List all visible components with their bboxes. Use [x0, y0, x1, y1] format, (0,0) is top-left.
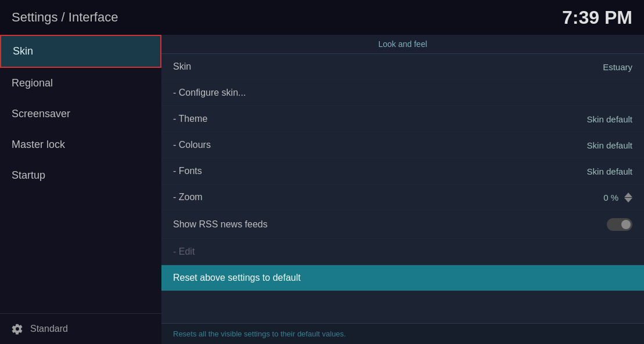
main-layout: Skin Regional Screensaver Master lock St… [0, 35, 644, 344]
content-footer: Resets all the visible settings to their… [161, 323, 644, 344]
section-header: Look and feel [161, 35, 644, 54]
setting-skin[interactable]: Skin Estuary [161, 54, 644, 80]
clock: 7:39 PM [562, 7, 632, 28]
sidebar-item-startup[interactable]: Startup [0, 160, 161, 191]
sidebar-item-masterlock[interactable]: Master lock [0, 129, 161, 160]
header: Settings / Interface 7:39 PM [0, 0, 644, 35]
zoom-down-arrow[interactable] [624, 198, 632, 202]
content-area: Look and feel Skin Estuary - Configure s… [161, 35, 644, 344]
standard-label: Standard [30, 324, 68, 334]
zoom-up-arrow[interactable] [624, 193, 632, 197]
setting-reset[interactable]: Reset above settings to default [161, 265, 644, 291]
setting-theme[interactable]: - Theme Skin default [161, 106, 644, 132]
gear-icon [12, 323, 23, 335]
setting-edit: - Edit [161, 239, 644, 265]
page-title: Settings / Interface [12, 10, 118, 25]
sidebar: Skin Regional Screensaver Master lock St… [0, 35, 161, 344]
zoom-stepper[interactable] [624, 193, 632, 202]
setting-colours[interactable]: - Colours Skin default [161, 132, 644, 158]
setting-rss[interactable]: Show RSS news feeds [161, 211, 644, 239]
sidebar-item-screensaver[interactable]: Screensaver [0, 99, 161, 129]
sidebar-item-regional[interactable]: Regional [0, 68, 161, 99]
setting-zoom[interactable]: - Zoom 0 % [161, 184, 644, 211]
setting-fonts[interactable]: - Fonts Skin default [161, 158, 644, 184]
settings-list: Skin Estuary - Configure skin... - Theme… [161, 54, 644, 323]
sidebar-item-skin[interactable]: Skin [0, 35, 161, 68]
setting-configure-skin[interactable]: - Configure skin... [161, 80, 644, 106]
zoom-controls: 0 % [603, 193, 632, 202]
sidebar-footer: Standard [0, 313, 161, 344]
rss-toggle[interactable] [607, 218, 632, 231]
